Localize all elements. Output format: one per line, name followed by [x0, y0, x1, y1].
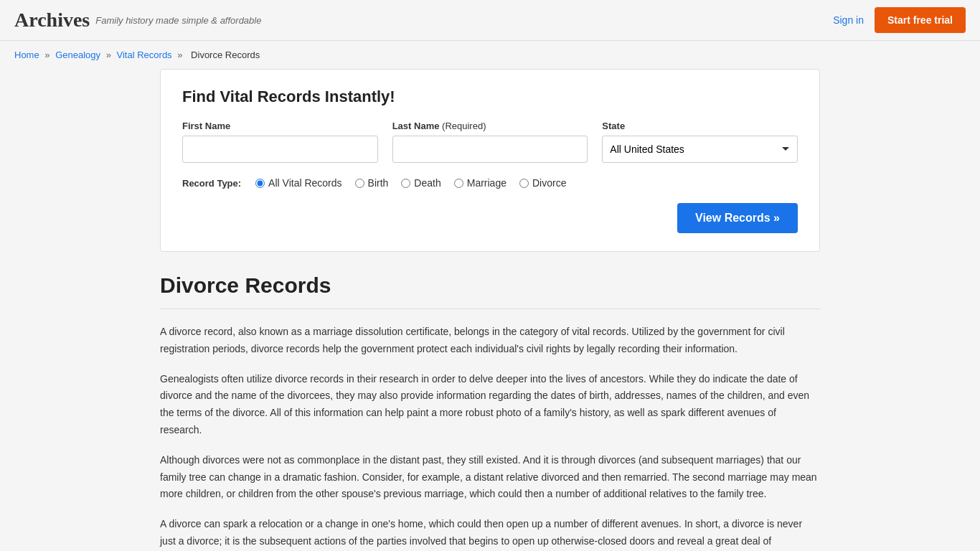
radio-marriage[interactable]: Marriage — [454, 177, 507, 189]
radio-options: All Vital Records Birth Death Marriage D… — [255, 177, 566, 189]
breadcrumb-sep2: » — [106, 50, 111, 60]
required-indicator: (Required) — [442, 121, 486, 131]
radio-all-vital[interactable]: All Vital Records — [255, 177, 341, 189]
site-logo: Archives — [14, 9, 90, 32]
last-name-group: Last Name (Required) — [392, 121, 588, 163]
breadcrumb-sep3: » — [177, 50, 182, 60]
state-group: State All United States Alabama Alaska A… — [602, 121, 798, 163]
state-label: State — [602, 121, 798, 131]
breadcrumb-genealogy[interactable]: Genealogy — [55, 50, 100, 60]
sign-in-link[interactable]: Sign in — [833, 14, 864, 26]
radio-marriage-label: Marriage — [467, 177, 507, 189]
radio-marriage-input[interactable] — [454, 179, 463, 188]
breadcrumb-vital-records[interactable]: Vital Records — [117, 50, 172, 60]
first-name-input[interactable] — [182, 136, 378, 163]
search-box: Find Vital Records Instantly! First Name… — [160, 69, 820, 252]
main-content: Find Vital Records Instantly! First Name… — [146, 69, 834, 551]
search-title: Find Vital Records Instantly! — [182, 88, 798, 106]
start-trial-button[interactable]: Start free trial — [875, 7, 966, 33]
site-tagline: Family history made simple & affordable — [95, 15, 261, 26]
first-name-group: First Name — [182, 121, 378, 163]
search-fields-row: First Name Last Name (Required) State Al… — [182, 121, 798, 163]
view-records-button[interactable]: View Records » — [677, 203, 798, 233]
body-paragraph-2: Genealogists often utilize divorce recor… — [160, 371, 820, 439]
body-paragraph-3: Although divorces were not as commonplac… — [160, 452, 820, 503]
body-paragraph-4: A divorce can spark a relocation or a ch… — [160, 516, 820, 551]
body-paragraph-1: A divorce record, also known as a marria… — [160, 324, 820, 358]
radio-divorce[interactable]: Divorce — [519, 177, 566, 189]
radio-divorce-input[interactable] — [519, 179, 529, 188]
site-header: Archives Family history made simple & af… — [0, 0, 980, 41]
radio-divorce-label: Divorce — [532, 177, 566, 189]
search-btn-row: View Records » — [182, 203, 798, 233]
breadcrumb-sep1: » — [44, 50, 50, 60]
breadcrumb-current: Divorce Records — [191, 50, 260, 60]
radio-death-label: Death — [414, 177, 440, 189]
record-type-row: Record Type: All Vital Records Birth Dea… — [182, 177, 798, 189]
radio-birth[interactable]: Birth — [355, 177, 389, 189]
breadcrumb: Home » Genealogy » Vital Records » Divor… — [0, 41, 980, 69]
page-title: Divorce Records — [160, 273, 820, 298]
breadcrumb-home[interactable]: Home — [14, 50, 39, 60]
radio-death[interactable]: Death — [401, 177, 440, 189]
record-type-label: Record Type: — [182, 178, 241, 189]
radio-death-input[interactable] — [401, 179, 410, 188]
state-select[interactable]: All United States Alabama Alaska Arizona… — [602, 136, 798, 163]
first-name-label: First Name — [182, 121, 378, 131]
radio-all-vital-label: All Vital Records — [268, 177, 341, 189]
last-name-label: Last Name (Required) — [392, 121, 588, 131]
header-actions: Sign in Start free trial — [833, 7, 966, 33]
radio-all-vital-input[interactable] — [255, 179, 265, 188]
header-logo-area: Archives Family history made simple & af… — [14, 9, 261, 32]
title-divider — [160, 309, 820, 309]
radio-birth-input[interactable] — [355, 179, 364, 188]
last-name-input[interactable] — [392, 136, 588, 163]
radio-birth-label: Birth — [368, 177, 389, 189]
